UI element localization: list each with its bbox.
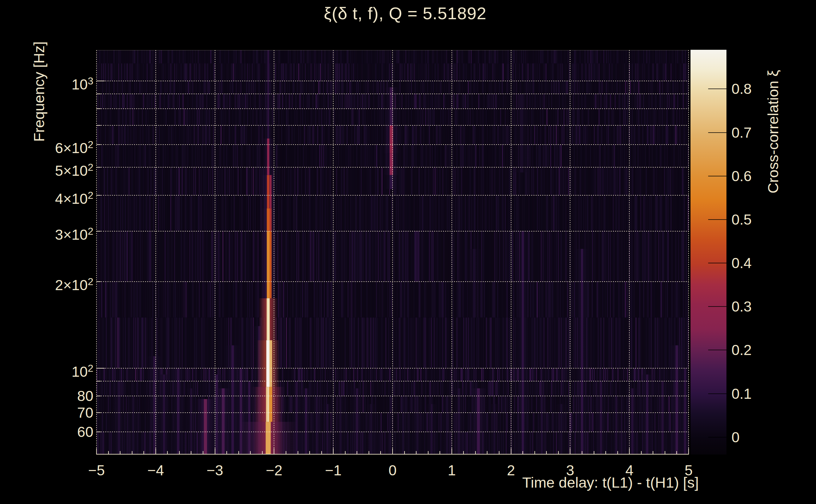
colorbar-tick-label: 0 <box>732 429 740 446</box>
y-tick-label: 2×102 <box>55 273 93 294</box>
colorbar-tick <box>708 437 727 438</box>
colorbar-tick <box>708 219 727 220</box>
colorbar-title: Cross-correlation ξ <box>764 70 782 193</box>
y-tick-label: 3×102 <box>55 223 93 243</box>
colorbar-tick-label: 0.4 <box>732 255 752 272</box>
colorbar-tick <box>708 393 727 394</box>
colorbar-tick <box>708 263 727 263</box>
y-tick-label: 60 <box>77 423 93 440</box>
colorbar-tick <box>708 89 727 89</box>
colorbar-tick <box>708 306 727 307</box>
x-tick-label: −3 <box>193 462 237 479</box>
heatmap-plot <box>96 50 689 455</box>
colorbar-tick-label: 0.8 <box>732 80 752 97</box>
colorbar-tick-label: 0.2 <box>732 341 752 358</box>
y-tick-label: 5×102 <box>55 159 93 179</box>
colorbar-tick <box>708 176 727 176</box>
plot-title: ξ(δ t, f), Q = 5.51892 <box>0 3 810 23</box>
colorbar-tick-label: 0.7 <box>732 124 752 141</box>
y-tick-label: 6×102 <box>55 136 93 157</box>
x-axis-line <box>96 454 689 455</box>
colorbar-tick <box>708 132 727 133</box>
heatmap-canvas <box>96 50 689 455</box>
plot-top-border <box>96 50 689 50</box>
x-tick-label: −5 <box>74 462 118 479</box>
colorbar-tick-label: 0.3 <box>732 298 752 315</box>
figure: ξ(δ t, f), Q = 5.51892 −5−4−3−2−10123451… <box>0 0 816 504</box>
colorbar <box>691 50 727 455</box>
colorbar-tick-label: 0.6 <box>732 168 752 185</box>
x-tick-label: −2 <box>252 462 296 479</box>
x-tick-label: 0 <box>371 462 415 479</box>
y-tick-label: 70 <box>77 404 93 421</box>
colorbar-tick <box>708 350 727 350</box>
y-tick-label: 103 <box>72 72 93 93</box>
x-tick-label: 1 <box>430 462 474 479</box>
colorbar-tick-label: 0.1 <box>732 385 752 402</box>
colorbar-tick-label: 0.5 <box>732 211 752 228</box>
y-tick-label: 4×102 <box>55 187 93 207</box>
x-tick-label: −4 <box>134 462 178 479</box>
y-axis-title: Frequency [Hz] <box>30 41 48 142</box>
x-axis-title: Time delay: t(L1) - t(H1) [s] <box>522 474 699 491</box>
y-tick-label: 102 <box>72 360 93 380</box>
x-tick-label: −1 <box>311 462 355 479</box>
y-tick-label: 80 <box>77 387 93 404</box>
